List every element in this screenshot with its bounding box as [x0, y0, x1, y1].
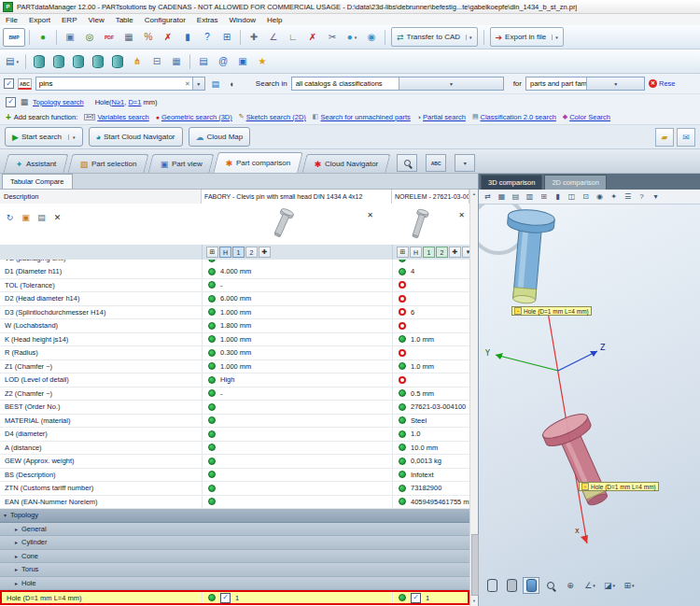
- tabular-compare-tab[interactable]: Tabular Compare: [2, 174, 73, 189]
- topology-section-row[interactable]: ▸ Torus: [0, 563, 469, 577]
- partial-search-link[interactable]: ◑ Partial search: [417, 113, 466, 121]
- columns-icon[interactable]: ▥: [524, 190, 536, 203]
- cad-export-icon[interactable]: ▣: [20, 211, 32, 223]
- cloud-map-button[interactable]: ☁ Cloud Map: [189, 127, 251, 147]
- vertical-scrollbar[interactable]: [469, 190, 478, 606]
- expand-icon[interactable]: ▸: [15, 553, 18, 559]
- copy-search-icon[interactable]: ▤: [209, 78, 222, 91]
- database-icon[interactable]: [30, 52, 49, 71]
- chart-icon[interactable]: ▮: [552, 190, 564, 203]
- database-group-icon[interactable]: [89, 52, 107, 71]
- price-calculation-icon[interactable]: %: [139, 28, 158, 47]
- search-function-label[interactable]: Partial search: [423, 113, 466, 121]
- quality-button[interactable]: ▰: [655, 128, 674, 147]
- table-row[interactable]: TOL (Tolerance) -: [0, 279, 469, 293]
- measure-icon[interactable]: ∠: [581, 577, 598, 594]
- table-row[interactable]: D1 (Diameter h11) 4.000 mm 4: [0, 265, 469, 279]
- menu-item[interactable]: Help: [261, 16, 287, 24]
- pick-icon[interactable]: ✚: [259, 247, 271, 258]
- start-search-dropdown-icon[interactable]: ▾: [68, 134, 76, 140]
- export-dropdown-icon[interactable]: ▾: [552, 35, 558, 40]
- search-input-field[interactable]: [36, 79, 183, 88]
- zoom-part-icon[interactable]: ◉: [362, 28, 381, 47]
- hole-checkbox[interactable]: ✓: [411, 593, 421, 603]
- menu-item[interactable]: Configurator: [139, 16, 191, 24]
- table-row[interactable]: D2 (Head diameter h14) 6.000 mm: [0, 292, 469, 306]
- fulltext-search-icon[interactable]: ABC: [18, 78, 32, 90]
- description-column-header[interactable]: Description: [0, 190, 202, 204]
- split-view-icon[interactable]: ◫: [566, 190, 578, 203]
- table-row[interactable]: BEST (Order No.) 27621-03-004100: [0, 401, 469, 415]
- part2-close-icon[interactable]: ✕: [457, 211, 466, 219]
- close-compare-tab-icon[interactable]: ✕: [51, 211, 63, 223]
- grid-display-icon[interactable]: ⊞: [621, 577, 637, 594]
- classification-search-link[interactable]: ▤ Classification 2.0 search: [472, 113, 556, 121]
- table-row[interactable]: Z1 (Chamfer ~) 1.000 mm 1.0 mm: [0, 360, 469, 374]
- search-history-dropdown-icon[interactable]: ▼: [192, 78, 204, 90]
- hidden-line-view-icon[interactable]: [503, 577, 520, 594]
- tab-assistant[interactable]: ✦ Assistant: [4, 154, 69, 173]
- column-mode-1-button[interactable]: 1: [232, 247, 245, 258]
- tab-3d-comparison[interactable]: 3D comparison: [481, 175, 542, 190]
- database-edit-icon[interactable]: [49, 52, 68, 71]
- remove-dimension-icon[interactable]: ✗: [303, 28, 322, 47]
- help-icon[interactable]: ?: [636, 190, 648, 203]
- search-input[interactable]: ✕ ▼: [35, 77, 205, 91]
- search-function-label[interactable]: Search for unmachined parts: [320, 113, 410, 121]
- hole-checkbox[interactable]: ✓: [220, 593, 231, 603]
- menu-item[interactable]: Window: [224, 16, 261, 24]
- effects-icon[interactable]: ✦: [608, 190, 620, 203]
- menu-item[interactable]: File: [0, 16, 23, 24]
- delete-icon[interactable]: ✗: [159, 28, 177, 47]
- for-dropdown-icon[interactable]: ▼: [586, 78, 644, 90]
- measure-length-icon[interactable]: ∟: [284, 28, 302, 47]
- color-search-link[interactable]: ◆ Color Search: [563, 113, 610, 121]
- database-sync-icon[interactable]: [69, 52, 88, 71]
- sketch-search-link[interactable]: ✎ Sketch search (2D): [239, 113, 306, 121]
- expand-icon[interactable]: ▸: [15, 580, 18, 586]
- menu-item[interactable]: Table: [110, 16, 139, 24]
- part1-close-icon[interactable]: ✕: [366, 211, 374, 219]
- table-row[interactable]: LOD (Level of detail) High: [0, 373, 469, 388]
- calculator-icon[interactable]: ▦: [119, 28, 138, 47]
- transfer-to-cad-button[interactable]: ⇄ Transfer to CAD ▾: [391, 27, 478, 47]
- favorites-icon[interactable]: ★: [253, 52, 272, 71]
- rows-icon[interactable]: ▤: [510, 190, 522, 203]
- table-row[interactable]: ZTN (Customs tariff number) 73182900: [0, 482, 469, 496]
- fulltext-tab-button[interactable]: ABC: [426, 154, 446, 172]
- variables-search-link[interactable]: A=3 Variables search: [84, 113, 148, 121]
- database-settings-icon[interactable]: [108, 52, 127, 71]
- menu-item[interactable]: Extras: [191, 16, 224, 24]
- document-view-icon[interactable]: ▣: [233, 52, 252, 71]
- search-function-label[interactable]: Classification 2.0 search: [481, 113, 556, 121]
- settings-icon[interactable]: ☰: [622, 190, 634, 203]
- tab-part-selection[interactable]: ▧ Part selection: [68, 154, 149, 173]
- 3d-viewport[interactable]: Y Z x + Hole (D=1 mm L=4 mm) + Hole (D=1…: [479, 204, 700, 606]
- column-mode-2-button[interactable]: 2: [245, 247, 258, 258]
- window-layout-icon[interactable]: ⊞: [217, 28, 236, 47]
- transfer-dropdown-icon[interactable]: ▾: [466, 35, 472, 40]
- tab-overflow-button[interactable]: ▾: [455, 154, 475, 172]
- pdf-export-icon[interactable]: PDF: [100, 28, 119, 47]
- table-row[interactable]: D3 (Splintlochdurchmesser H14) 1.000 mm …: [0, 306, 469, 320]
- help-icon[interactable]: ?: [198, 28, 217, 47]
- pick-icon[interactable]: ✚: [449, 247, 461, 258]
- screw-display-icon[interactable]: ⊕: [562, 577, 579, 594]
- support-button[interactable]: ✉: [677, 128, 695, 147]
- menu-item[interactable]: View: [82, 16, 109, 24]
- scroll-down-icon[interactable]: [470, 597, 478, 606]
- topology-section-row[interactable]: ▸ Hole: [0, 577, 469, 591]
- filter-d-link[interactable]: D=1: [128, 98, 141, 106]
- column-mode-2-button[interactable]: 2: [436, 247, 448, 258]
- topology-section-row[interactable]: ▸ General: [0, 523, 469, 537]
- grid-icon[interactable]: ⊞: [538, 190, 550, 203]
- cut-icon[interactable]: ✂: [323, 28, 342, 47]
- column-mode-h-button[interactable]: H: [410, 247, 422, 258]
- print-icon[interactable]: ▤: [35, 211, 48, 223]
- search-in-combobox[interactable]: all catalogs & classifications ▼: [291, 77, 504, 91]
- clear-search-icon[interactable]: ✕: [183, 80, 192, 88]
- add-icon[interactable]: +: [6, 112, 11, 122]
- tab-part-comparison[interactable]: ✱ Part comparison: [214, 152, 303, 173]
- table-row[interactable]: EAN (EAN-Nummer Norelem) 4059495461755 m…: [0, 496, 469, 510]
- tab-2d-comparison[interactable]: 2D comparison: [544, 175, 606, 190]
